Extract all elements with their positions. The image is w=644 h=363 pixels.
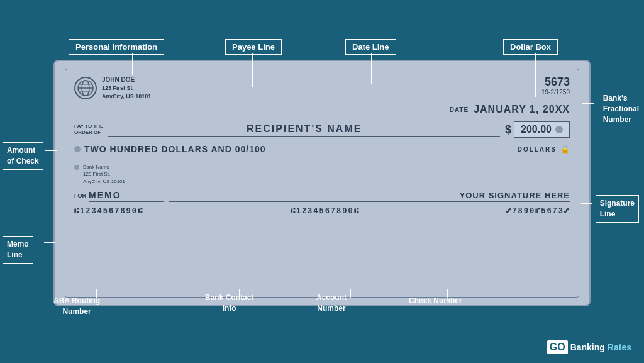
check-top-row: JOHN DOE 123 First St. AnyCity, US 10101… bbox=[74, 75, 570, 100]
dollar-box-label: Dollar Box bbox=[503, 39, 558, 55]
micr-routing: ⑆1234567890⑆ bbox=[74, 207, 143, 216]
micr-check: ⑇7890⑈5673⑇ bbox=[506, 207, 570, 216]
bank-contact-label: Bank Contact Info bbox=[205, 293, 253, 314]
aba-connector bbox=[96, 289, 97, 298]
personal-info-area: JOHN DOE 123 First St. AnyCity, US 10101 bbox=[74, 75, 151, 100]
written-amount-dot bbox=[74, 146, 80, 152]
written-amount: TWO HUNDRED DOLLARS AND 00/100 bbox=[84, 144, 518, 154]
memo-line-label: Memo Line bbox=[3, 236, 33, 264]
brand-go: GO bbox=[547, 340, 568, 354]
fractional-connector bbox=[582, 103, 594, 104]
dollars-label: DOLLARS bbox=[518, 146, 557, 153]
memo-sig-row: FOR MEMO YOUR SIGNATURE HERE bbox=[74, 190, 570, 202]
micr-account: ⑆1234567890⑆ bbox=[291, 207, 360, 216]
bank-contact-connector bbox=[239, 289, 240, 298]
check-num-connector bbox=[447, 289, 448, 298]
memo-connector bbox=[44, 242, 55, 243]
amount-of-check-label: Amount of Check bbox=[3, 142, 43, 170]
bank-info-row: Bank Name 123 First St. AnyCity, US 1010… bbox=[74, 164, 570, 185]
bank-addr2: AnyCity, US 10101 bbox=[83, 178, 125, 185]
globe-icon bbox=[74, 77, 97, 99]
brand-rates: Rates bbox=[608, 342, 631, 352]
date-value: JANUARY 1, 20XX bbox=[474, 104, 570, 115]
lock-icon: 🔒 bbox=[560, 145, 570, 154]
person-info-text: JOHN DOE 123 First St. AnyCity, US 10101 bbox=[102, 75, 151, 100]
memo-line: MEMO bbox=[89, 190, 164, 202]
person-address1: 123 First St. bbox=[102, 84, 151, 92]
person-address2: AnyCity, US 10101 bbox=[102, 92, 151, 101]
sig-connector bbox=[581, 203, 592, 204]
micr-row: ⑆1234567890⑆ ⑆1234567890⑆ ⑇7890⑈5673⑇ bbox=[74, 207, 570, 216]
amount-numeric: 200.00 bbox=[521, 124, 552, 135]
branding: GO Banking Rates bbox=[547, 340, 631, 354]
brand-banking: Banking bbox=[570, 342, 605, 352]
written-amount-row: TWO HUNDRED DOLLARS AND 00/100 DOLLARS 🔒 bbox=[74, 144, 570, 157]
bank-dot bbox=[74, 165, 79, 170]
recipient-name: RECIPIENT'S NAME bbox=[108, 123, 500, 137]
bank-details: Bank Name 123 First St. AnyCity, US 1010… bbox=[83, 164, 125, 185]
check-number-area: 5673 19-2/1250 bbox=[541, 75, 570, 96]
bank-contact-info: Bank Name 123 First St. AnyCity, US 1010… bbox=[74, 164, 125, 185]
fractional-number: 19-2/1250 bbox=[541, 89, 570, 96]
date-label: DATE bbox=[450, 106, 469, 113]
personal-information-label: Personal Information bbox=[69, 39, 164, 55]
dollar-box-connector bbox=[535, 53, 536, 97]
pay-to-label: PAY TO THE ORDER OF bbox=[74, 123, 103, 137]
signature-line: YOUR SIGNATURE HERE bbox=[169, 191, 570, 202]
amount-circle-dot bbox=[555, 126, 563, 133]
aba-routing-label: ABA Routing Number bbox=[53, 296, 100, 317]
account-number-label: Account Number bbox=[316, 293, 347, 314]
for-label: FOR bbox=[74, 193, 86, 199]
amount-box: 200.00 bbox=[514, 121, 570, 138]
memo-area: FOR MEMO bbox=[74, 190, 164, 202]
check-number: 5673 bbox=[541, 75, 570, 89]
personal-info-connector bbox=[132, 53, 133, 75]
payee-line-label: Payee Line bbox=[225, 39, 282, 55]
dollar-box: $ 200.00 bbox=[505, 121, 570, 138]
person-name: JOHN DOE bbox=[102, 75, 151, 84]
check-inner: JOHN DOE 123 First St. AnyCity, US 10101… bbox=[65, 69, 579, 298]
check-container: JOHN DOE 123 First St. AnyCity, US 10101… bbox=[53, 60, 591, 306]
signature-line-label: Signature Line bbox=[596, 195, 639, 223]
bank-name: Bank Name bbox=[83, 164, 125, 170]
fractional-number-label: Bank's Fractional Number bbox=[603, 93, 639, 125]
payee-connector bbox=[252, 53, 253, 87]
dollar-sign: $ bbox=[505, 123, 511, 137]
account-connector bbox=[350, 289, 351, 298]
amount-connector bbox=[45, 150, 57, 151]
payee-row: PAY TO THE ORDER OF RECIPIENT'S NAME $ 2… bbox=[74, 121, 570, 138]
check-number-label: Check Number bbox=[409, 296, 462, 306]
date-connector bbox=[371, 53, 372, 84]
date-row: DATE JANUARY 1, 20XX bbox=[74, 104, 570, 115]
bank-addr1: 123 First St. bbox=[83, 170, 125, 177]
